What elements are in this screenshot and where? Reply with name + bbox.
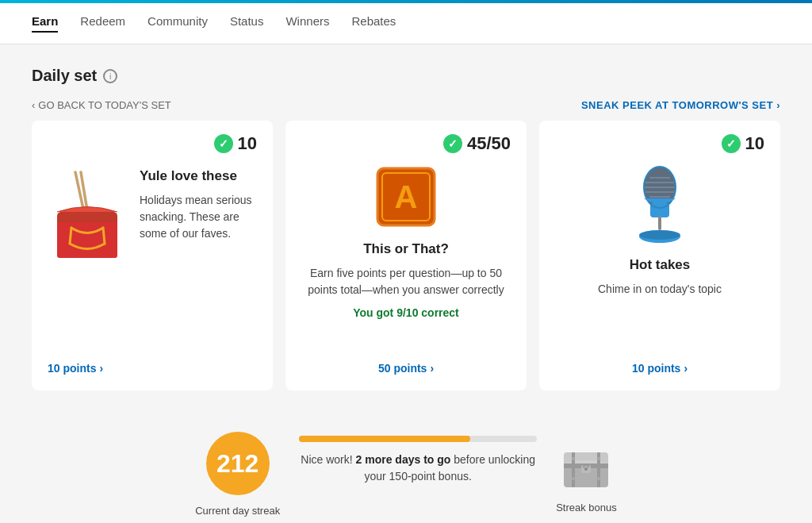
card-2-title: This or That?: [363, 241, 449, 257]
nav-item-status[interactable]: Status: [230, 14, 264, 33]
microphone-icon: [628, 165, 691, 244]
info-icon[interactable]: i: [103, 69, 117, 83]
page-title-row: Daily set i: [32, 67, 780, 85]
card-1-title: Yule love these: [140, 168, 257, 184]
streak-bonus-label: Streak bonus: [556, 502, 617, 513]
streak-current-label: Current day streak: [195, 505, 280, 517]
streak-progress-bar: [299, 436, 537, 442]
card-3-title: Hot takes: [630, 257, 691, 273]
nav-item-community[interactable]: Community: [147, 14, 208, 33]
svg-rect-3: [57, 222, 117, 258]
card-2-score-value: 45/50: [467, 133, 511, 154]
card-3-points-chevron: ›: [684, 362, 688, 375]
takeout-box-icon: [48, 168, 127, 267]
streak-message: Nice work! 2 more days to go before unlo…: [299, 452, 537, 485]
streak-progress-area: Nice work! 2 more days to go before unlo…: [299, 436, 537, 513]
sneak-peek-link[interactable]: SNEAK PEEK AT TOMORROW'S SET ›: [581, 99, 780, 111]
card-1-text: Yule love these Holidays mean serious sn…: [140, 168, 257, 242]
card-1-points-label: 10 points: [48, 362, 96, 375]
card-2-correct-text: You got 9/10 correct: [353, 306, 459, 319]
check-icon-1: ✓: [214, 134, 233, 153]
card-3-score: ✓ 10: [722, 133, 764, 154]
svg-point-16: [639, 230, 680, 240]
card-1-points-chevron: ›: [99, 362, 103, 375]
svg-point-26: [597, 457, 600, 460]
nav-item-redeem[interactable]: Redeem: [80, 14, 125, 33]
card-1-description: Holidays mean serious snacking. These ar…: [140, 192, 257, 242]
check-icon-2: ✓: [443, 134, 462, 153]
svg-point-25: [572, 457, 575, 460]
card-3-score-value: 10: [745, 133, 764, 154]
card-2-points-chevron: ›: [430, 362, 434, 375]
card-2-points-label: 50 points: [378, 362, 427, 375]
page-title: Daily set: [32, 67, 97, 85]
cards-navigation: ‹ GO BACK TO TODAY'S SET SNEAK PEEK AT T…: [32, 99, 780, 111]
card-1-score: ✓ 10: [214, 133, 257, 154]
streak-message-bold: 2 more days to go: [356, 453, 451, 466]
card-3-image-area: [628, 165, 691, 244]
card-this-or-that: ✓ 45/50 A This or That? Earn five points…: [285, 121, 527, 390]
streak-circle: 212: [206, 432, 270, 495]
streak-bonus-item: Streak bonus: [556, 435, 617, 513]
card-3-description: Chime in on today's topic: [598, 281, 722, 298]
cards-container: ✓ 10: [32, 121, 780, 390]
card-3-points-label: 10 points: [632, 362, 680, 375]
card-hot-takes: ✓ 10: [539, 121, 780, 390]
card-yule: ✓ 10: [32, 121, 273, 390]
card-2-score: ✓ 45/50: [443, 133, 511, 154]
svg-point-28: [597, 477, 600, 480]
nav-item-winners[interactable]: Winners: [285, 14, 329, 33]
card-2-description: Earn five points per question—up to 50 p…: [301, 265, 511, 298]
alphabet-block-icon: A: [374, 165, 438, 229]
svg-point-22: [584, 467, 588, 471]
svg-point-27: [572, 477, 575, 480]
streak-bar-fill: [299, 436, 470, 442]
chevron-left-icon: ‹: [32, 99, 35, 111]
back-link-label: GO BACK TO TODAY'S SET: [38, 99, 170, 111]
nav-item-rebates[interactable]: Rebates: [351, 14, 396, 33]
streak-current-item: 212 Current day streak: [195, 432, 280, 517]
svg-text:A: A: [395, 179, 418, 214]
streak-number: 212: [216, 449, 259, 479]
card-1-score-value: 10: [238, 133, 257, 154]
card-2-image-area: A: [374, 165, 438, 229]
nav-bar: Earn Redeem Community Status Winners Reb…: [0, 3, 812, 44]
streak-message-part1: Nice work!: [301, 453, 355, 466]
check-icon-3: ✓: [722, 134, 741, 153]
sneak-peek-label: SNEAK PEEK AT TOMORROW'S SET: [581, 99, 773, 111]
streak-section: 212 Current day streak Nice work! 2 more…: [32, 416, 780, 523]
nav-item-earn[interactable]: Earn: [32, 14, 58, 33]
treasure-chest-icon: [557, 435, 615, 492]
chevron-right-icon: ›: [776, 99, 780, 111]
card-1-points-link[interactable]: 10 points ›: [48, 349, 257, 375]
card-3-points-link[interactable]: 10 points ›: [632, 349, 688, 375]
back-link[interactable]: ‹ GO BACK TO TODAY'S SET: [32, 99, 171, 111]
main-content: Daily set i ‹ GO BACK TO TODAY'S SET SNE…: [0, 44, 812, 523]
card-2-points-link[interactable]: 50 points ›: [378, 349, 434, 375]
